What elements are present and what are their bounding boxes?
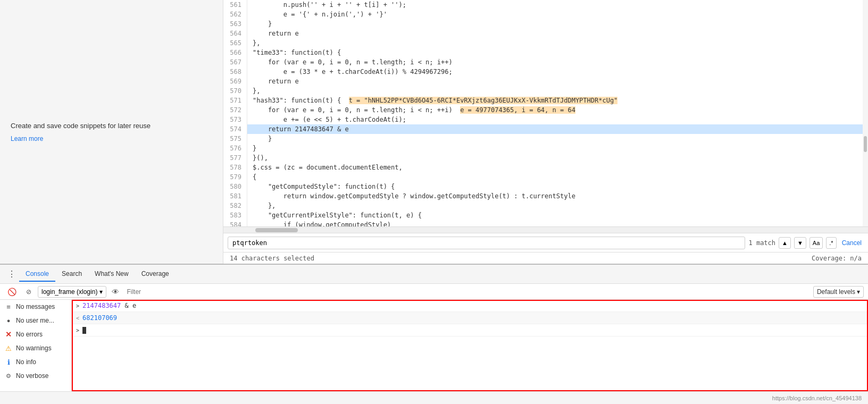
code-line-572[interactable]: 572 for (var e = 0, i = 0, n = t.length;…	[223, 105, 868, 115]
filter-messages[interactable]: ≡ No messages	[0, 300, 71, 314]
verbose-label: No verbose	[16, 372, 48, 380]
console-messages[interactable]: > 2147483647 & e < 682107069 >	[72, 300, 868, 391]
line-number: 572	[223, 105, 247, 115]
info-label: No info	[16, 358, 36, 366]
learn-more-link[interactable]: Learn more	[11, 135, 43, 142]
messages-label: No messages	[16, 303, 55, 310]
tab-console[interactable]: Console	[19, 267, 55, 282]
info-icon: ℹ	[4, 358, 13, 366]
level-selector[interactable]: Default levels ▾	[813, 286, 864, 298]
console-message-2: < 682107069	[72, 312, 868, 324]
code-line-561[interactable]: 561 n.push('' + i + '' + t[i] + '');	[223, 0, 868, 10]
selected-info: 14 characters selected	[230, 255, 314, 262]
filter-verbose[interactable]: ⚙ No verbose	[0, 369, 71, 383]
line-number: 577	[223, 153, 247, 163]
errors-label: No errors	[16, 331, 43, 338]
code-line-575[interactable]: 575 }	[223, 134, 868, 144]
h-scroll[interactable]	[223, 226, 868, 233]
line-content: n.push('' + i + '' + t[i] + '');	[247, 0, 868, 10]
console-settings-button[interactable]: ⊘	[23, 288, 35, 296]
code-line-582[interactable]: 582 },	[223, 201, 868, 211]
prompt-arrow: >	[76, 327, 79, 333]
v-scroll-indicator[interactable]	[863, 0, 868, 226]
filter-warnings[interactable]: ⚠ No warnings	[0, 341, 71, 355]
status-bar-top: 14 characters selected Coverage: n/a	[223, 252, 868, 264]
line-number: 561	[223, 0, 247, 10]
code-line-571[interactable]: 571"hash33": function(t) { t = "hNHL52PP…	[223, 96, 868, 105]
filter-input[interactable]	[124, 287, 810, 297]
warning-icon: ⚠	[4, 344, 13, 352]
output-arrow-2: <	[76, 315, 79, 321]
line-number: 583	[223, 211, 247, 220]
console-prompt[interactable]: >	[72, 324, 868, 336]
code-line-569[interactable]: 569 return e	[223, 77, 868, 86]
line-number: 578	[223, 163, 247, 172]
context-selector[interactable]: login_frame (xlogin) ▾	[38, 286, 106, 298]
level-dropdown-icon: ▾	[857, 288, 860, 296]
filter-info[interactable]: ℹ No info	[0, 355, 71, 369]
filter-errors[interactable]: ✕ No errors	[0, 327, 71, 341]
code-line-562[interactable]: 562 e = '{' + n.join(',') + '}'	[223, 10, 868, 19]
line-number: 575	[223, 134, 247, 144]
search-next-button[interactable]: ▼	[794, 237, 806, 249]
verbose-icon: ⚙	[4, 372, 13, 380]
regex-toggle[interactable]: .*	[826, 237, 836, 249]
code-line-566[interactable]: 566"time33": function(t) {	[223, 48, 868, 57]
msg-value-2: 682107069	[82, 314, 117, 322]
code-lines[interactable]: 561 n.push('' + i + '' + t[i] + '');562 …	[223, 0, 868, 226]
code-line-563[interactable]: 563 }	[223, 19, 868, 29]
line-content: return e	[247, 77, 868, 86]
code-line-570[interactable]: 570},	[223, 86, 868, 96]
search-prev-button[interactable]: ▲	[779, 237, 791, 249]
snippets-description: Create and save code snippets for later …	[11, 122, 151, 130]
code-line-573[interactable]: 573 e += (e << 5) + t.charCodeAt(i);	[223, 115, 868, 124]
line-number: 565	[223, 38, 247, 48]
error-icon: ✕	[4, 330, 13, 339]
eye-button[interactable]: 👁	[110, 288, 121, 296]
line-number: 568	[223, 67, 247, 77]
line-content: return 2147483647 & e	[247, 124, 868, 134]
code-line-583[interactable]: 583 "getCurrentPixelStyle": function(t, …	[223, 211, 868, 220]
line-number: 564	[223, 29, 247, 38]
code-line-577[interactable]: 577}(),	[223, 153, 868, 163]
code-line-579[interactable]: 579{	[223, 172, 868, 182]
code-line-565[interactable]: 565},	[223, 38, 868, 48]
search-cancel-button[interactable]: Cancel	[840, 239, 864, 247]
msg-text-2: 682107069	[82, 314, 864, 322]
code-line-564[interactable]: 564 return e	[223, 29, 868, 38]
code-line-574[interactable]: 574 return 2147483647 & e	[223, 124, 868, 134]
line-number: 580	[223, 182, 247, 191]
search-input[interactable]	[228, 237, 745, 249]
line-number: 569	[223, 77, 247, 86]
line-content: "time33": function(t) {	[247, 48, 868, 57]
console-clear-button[interactable]: 🚫	[4, 288, 20, 296]
code-line-567[interactable]: 567 for (var e = 0, i = 0, n = t.length;…	[223, 57, 868, 67]
code-line-581[interactable]: 581 return window.getComputedStyle ? win…	[223, 191, 868, 201]
code-line-568[interactable]: 568 e = (33 * e + t.charCodeAt(i)) % 429…	[223, 67, 868, 77]
msg-value-1: 2147483647	[82, 302, 121, 309]
status-bar-bottom: https://blog.csdn.net/cn_45494138	[0, 391, 868, 404]
input-arrow-1: >	[76, 303, 79, 309]
prompt-text[interactable]	[82, 326, 864, 334]
line-content: "getCurrentPixelStyle": function(t, e) {	[247, 211, 868, 220]
line-content: for (var e = 0, i = 0, n = t.length; i <…	[247, 105, 868, 115]
line-content: }	[247, 134, 868, 144]
tab-search[interactable]: Search	[55, 267, 88, 282]
code-line-576[interactable]: 576}	[223, 144, 868, 153]
code-container: Create and save code snippets for later …	[0, 0, 868, 264]
line-number: 566	[223, 48, 247, 57]
devtools-menu-button[interactable]: ⋮	[4, 269, 19, 279]
devtools-tabs: ⋮ Console Search What's New Coverage	[0, 265, 868, 284]
context-dropdown-icon: ▾	[99, 288, 103, 296]
tab-whats-new[interactable]: What's New	[88, 267, 135, 282]
tab-coverage[interactable]: Coverage	[135, 267, 176, 282]
code-line-578[interactable]: 578$.css = (zc = document.documentElemen…	[223, 163, 868, 172]
console-sidebar: ≡ No messages ● No user me... ✕ No error…	[0, 300, 72, 391]
line-number: 584	[223, 220, 247, 226]
line-content: for (var e = 0, i = 0, n = t.length; i <…	[247, 57, 868, 67]
filter-user-messages[interactable]: ● No user me...	[0, 314, 71, 327]
code-line-580[interactable]: 580 "getComputedStyle": function(t) {	[223, 182, 868, 191]
code-line-584[interactable]: 584 if (window.getComputedStyle)	[223, 220, 868, 226]
h-scroll-thumb	[255, 228, 298, 232]
case-sensitive-toggle[interactable]: Aa	[809, 237, 823, 249]
